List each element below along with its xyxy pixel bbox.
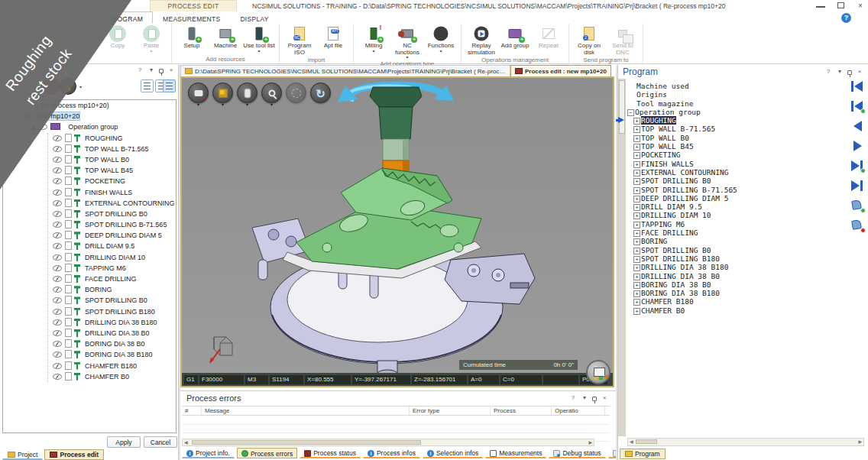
tree-item-spot-drilling-b0[interactable]: SPOT DRILLING B0 — [48, 209, 176, 219]
expand-box-icon[interactable]: + — [633, 256, 640, 263]
tree-item-tapping-m6[interactable]: TAPPING M6 — [48, 263, 176, 274]
stock-view-button[interactable] — [237, 83, 257, 103]
status-tab-process-status[interactable]: Process status — [300, 448, 361, 458]
expand-box-icon[interactable]: + — [633, 144, 640, 151]
visibility-off-icon[interactable] — [53, 178, 62, 184]
dropdown-caret-icon[interactable]: ▾ — [79, 84, 82, 89]
tab-process-edit[interactable]: Process edit : new mp10+20 — [510, 65, 611, 76]
column-header-message[interactable]: Message — [202, 407, 410, 415]
visibility-off-icon[interactable] — [53, 232, 62, 238]
program-item-origins[interactable]: Origins — [627, 90, 846, 99]
program-item-roughing[interactable]: +ROUGHING — [627, 116, 846, 125]
visibility-off-icon[interactable] — [53, 265, 62, 271]
tree-item-spot-drilling-b0[interactable]: SPOT DRILLING B0 — [48, 295, 176, 306]
panel-close-icon[interactable]: × — [601, 394, 608, 402]
status-tab-process-errors[interactable]: Process errors — [237, 448, 297, 458]
refresh-view-button[interactable]: ↻ — [310, 83, 331, 103]
tree-item-drill-diam-9-5[interactable]: DRILL DIAM 9.5 — [48, 241, 176, 251]
ribbon-nc-functions-button[interactable]: NC functions▾ — [390, 24, 424, 60]
visibility-off-icon[interactable] — [53, 243, 62, 249]
ribbon-replay-simulation-button[interactable]: Replay simulation — [465, 24, 498, 56]
dropdown-caret-icon[interactable]: ▾ — [188, 103, 209, 107]
panel-help-icon[interactable]: ? — [569, 394, 577, 402]
ribbon-copy-on-disk-button[interactable]: Copy on disk — [572, 24, 606, 56]
expand-triangle-icon[interactable]: ◢ — [31, 122, 35, 133]
program-item-tool-magazine[interactable]: Tool magazine — [627, 99, 846, 108]
horizontal-scrollbar[interactable]: ◀▶ — [627, 438, 864, 446]
expand-box-icon[interactable]: + — [633, 212, 640, 219]
program-item-boring-dia-38-b0[interactable]: +BORING DIA 38 B0 — [627, 280, 846, 289]
tab-project[interactable]: Project — [2, 449, 43, 460]
expand-box-icon[interactable]: + — [633, 170, 640, 177]
expand-box-icon[interactable]: + — [633, 222, 640, 228]
view-mode-small-button[interactable] — [141, 79, 154, 92]
ribbon-use-tool-list-button[interactable]: Use tool list▾ — [242, 24, 276, 55]
tree-item-top-wall-b-71-565[interactable]: TOP WALL B-71.565 — [48, 144, 176, 154]
tree-item-chamfer-b180[interactable]: CHAMFER B180 — [48, 361, 176, 371]
status-tab-process-infos[interactable]: iProcess infos — [363, 448, 420, 458]
program-item-top-wall-b45[interactable]: +TOP WALL B45 — [627, 142, 846, 151]
visibility-off-icon[interactable] — [53, 222, 62, 228]
ribbon-functions-button[interactable]: Functions▾ — [424, 24, 458, 60]
visibility-off-icon[interactable] — [53, 157, 62, 163]
visibility-off-icon[interactable] — [38, 124, 47, 130]
visibility-off-icon[interactable] — [53, 190, 62, 196]
program-item-spot-drilling-b-71-565[interactable]: +SPOT DRILLING B-71.565 — [627, 186, 846, 194]
ribbon-program-iso-button[interactable]: Program ISO — [283, 24, 316, 56]
program-group-operation-group[interactable]: −Operation group — [627, 108, 846, 116]
expand-box-icon[interactable]: + — [633, 274, 640, 280]
column-header-error-type[interactable]: Error type — [410, 407, 491, 415]
tree-item-face-drilling[interactable]: FACE DRILLING — [48, 274, 176, 284]
help-icon[interactable]: ? — [841, 13, 851, 23]
pin-icon[interactable] — [592, 397, 597, 401]
apply-button[interactable]: Apply — [107, 436, 141, 448]
ribbon-tab-program[interactable]: PROGRAM — [98, 11, 153, 24]
tree-item-deep-drilling-diam-5[interactable]: DEEP DRILLING DIAM 5 — [48, 230, 176, 241]
program-item-machine-used[interactable]: Machine used — [627, 82, 846, 90]
visibility-off-icon[interactable] — [53, 146, 62, 152]
expand-box-icon[interactable]: + — [633, 264, 640, 271]
vertical-scrollbar[interactable] — [618, 79, 626, 436]
view-mode-detail-button[interactable] — [163, 79, 176, 92]
expand-box-icon[interactable]: + — [633, 196, 640, 202]
program-item-chamfer-b180[interactable]: +CHAMFER B180 — [627, 297, 846, 306]
program-item-top-wall-b0[interactable]: +TOP WALL B0 — [627, 134, 846, 142]
zoom-button[interactable] — [261, 83, 282, 103]
ribbon-machine-button[interactable]: Machine — [209, 24, 242, 55]
visibility-off-icon[interactable] — [53, 319, 62, 326]
ribbon-add-group-button[interactable]: Add group — [498, 24, 532, 56]
minimize-button[interactable] — [816, 2, 825, 8]
expand-box-icon[interactable]: + — [633, 238, 640, 245]
tab-process-edit[interactable]: Process edit — [44, 449, 104, 460]
program-item-face-drilling[interactable]: +FACE DRILLING — [627, 228, 846, 237]
record-icon[interactable] — [43, 78, 60, 95]
tab-program[interactable]: Program — [620, 449, 666, 459]
status-tab-measurements[interactable]: Measurements — [485, 448, 546, 458]
program-item-spot-drilling-b180[interactable]: +SPOT DRILLING B180 — [627, 254, 846, 263]
go-first-button[interactable] — [850, 80, 864, 92]
visibility-off-icon[interactable] — [53, 309, 62, 315]
tab-project-file[interactable]: D:\Data\SPRING TECHNOLOGIES\NCSIMUL SOLU… — [180, 65, 510, 76]
tree-item-roughing[interactable]: ROUGHING — [48, 133, 176, 144]
visibility-off-icon[interactable] — [53, 287, 62, 293]
tree-item-drilling-diam-10[interactable]: DRILLING DIAM 10 — [48, 252, 176, 263]
panel-help-icon[interactable]: ? — [824, 68, 832, 76]
expand-box-icon[interactable]: + — [633, 126, 640, 133]
visibility-off-icon[interactable] — [53, 341, 62, 347]
tree-root-project[interactable]: ( Re-process mp10+20) — [3, 100, 176, 111]
tree-item-finish-walls[interactable]: FINISH WALLS — [48, 187, 176, 198]
tree-item-external-contourning[interactable]: EXTERNAL CONTOURNING — [48, 198, 176, 209]
panel-close-icon[interactable]: × — [856, 68, 863, 76]
restart-button[interactable] — [850, 100, 864, 112]
tree-item-top-wall-b45[interactable]: TOP WALL B45 — [48, 165, 176, 176]
visibility-off-icon[interactable] — [53, 254, 62, 261]
horizontal-scrollbar[interactable]: ◀▶ — [182, 439, 594, 446]
3d-viewport-scene[interactable] — [182, 78, 613, 386]
dropdown-caret-icon[interactable]: ▾ — [212, 103, 233, 107]
status-tab-project-info[interactable]: iProject info. — [182, 448, 235, 458]
program-item-deep-drilling-diam-5[interactable]: +DEEP DRILLING DIAM 5 — [627, 194, 846, 202]
program-item-pocketing[interactable]: +POCKETING — [627, 151, 846, 159]
visibility-off-icon[interactable] — [53, 135, 62, 141]
program-item-boring[interactable]: +BORING — [627, 237, 846, 245]
ribbon-tab-display[interactable]: DISPLAY — [230, 11, 278, 24]
